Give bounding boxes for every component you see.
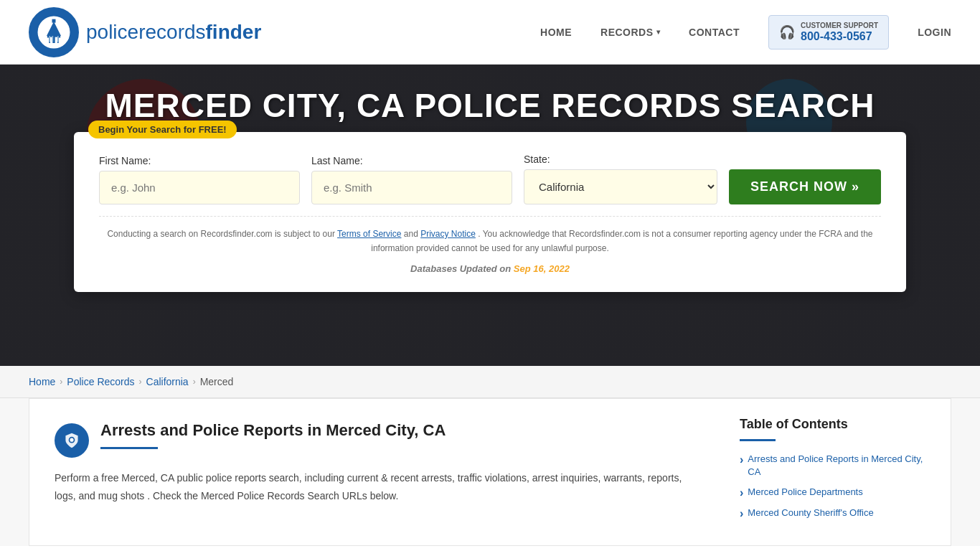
breadcrumb-sep-2: › xyxy=(139,377,142,387)
breadcrumb-home[interactable]: Home xyxy=(29,376,55,387)
toc-list-item: Merced Police Departments xyxy=(740,486,933,499)
breadcrumb-california[interactable]: California xyxy=(146,376,189,387)
nav-login[interactable]: LOGIN xyxy=(918,27,951,38)
toc-list-item: Arrests and Police Reports in Merced Cit… xyxy=(740,453,933,479)
svg-point-11 xyxy=(70,438,73,442)
disclaimer-text: Conducting a search on Recordsfinder.com… xyxy=(99,216,881,256)
breadcrumb-police-records[interactable]: Police Records xyxy=(67,376,134,387)
article-title: Arrests and Police Reports in Merced Cit… xyxy=(100,420,446,441)
table-of-contents: Table of Contents Arrests and Police Rep… xyxy=(722,398,951,546)
records-chevron-icon: ▾ xyxy=(656,28,661,36)
article-body: Perform a free Merced, CA public police … xyxy=(55,469,697,505)
toc-underline xyxy=(740,439,776,441)
search-form-row: First Name: Last Name: State: AlabamaAla… xyxy=(99,154,881,204)
search-now-button[interactable]: SEARCH NOW » xyxy=(729,169,881,204)
svg-rect-7 xyxy=(49,36,50,42)
site-header: policerecordsfinder HOME RECORDS ▾ CONTA… xyxy=(0,0,980,65)
state-label: State: xyxy=(524,154,717,165)
svg-rect-4 xyxy=(52,19,56,22)
tos-link[interactable]: Terms of Service xyxy=(337,229,401,239)
page-title: MERCED CITY, CA POLICE RECORDS SEARCH xyxy=(105,86,875,125)
state-group: State: AlabamaAlaskaArizonaArkansasCalif… xyxy=(524,154,717,204)
search-card: Begin Your Search for FREE! First Name: … xyxy=(74,132,906,292)
svg-rect-9 xyxy=(57,36,59,42)
main-nav: HOME RECORDS ▾ CONTACT 🎧 CUSTOMER SUPPOR… xyxy=(540,15,951,50)
toc-link[interactable]: Arrests and Police Reports in Merced Cit… xyxy=(748,453,933,479)
first-name-group: First Name: xyxy=(99,155,300,204)
hero-section: MERCED CITY, CA POLICE RECORDS SEARCH Be… xyxy=(0,65,980,366)
customer-support-button[interactable]: 🎧 CUSTOMER SUPPORT 800-433-0567 xyxy=(768,15,889,50)
free-badge: Begin Your Search for FREE! xyxy=(88,121,237,138)
first-name-input[interactable] xyxy=(99,171,300,204)
last-name-input[interactable] xyxy=(311,171,512,204)
privacy-link[interactable]: Privacy Notice xyxy=(420,229,476,239)
article-title-block: Arrests and Police Reports in Merced Cit… xyxy=(100,420,446,449)
article-section: Arrests and Police Reports in Merced Cit… xyxy=(29,398,722,546)
toc-link[interactable]: Merced Police Departments xyxy=(748,486,862,499)
toc-list: Arrests and Police Reports in Merced Cit… xyxy=(740,453,933,520)
toc-link[interactable]: Merced County Sheriff's Office xyxy=(748,507,873,519)
logo-link[interactable]: policerecordsfinder xyxy=(29,7,261,57)
breadcrumb: Home › Police Records › California › Mer… xyxy=(0,366,980,398)
first-name-label: First Name: xyxy=(99,155,300,166)
nav-home[interactable]: HOME xyxy=(540,27,572,38)
support-info: CUSTOMER SUPPORT 800-433-0567 xyxy=(801,22,878,43)
headphone-icon: 🎧 xyxy=(779,24,795,40)
breadcrumb-sep-1: › xyxy=(60,377,62,387)
db-updated: Databases Updated on Sep 16, 2022 xyxy=(99,263,881,274)
toc-title: Table of Contents xyxy=(740,417,933,432)
main-content: Arrests and Police Reports in Merced Cit… xyxy=(0,398,980,546)
svg-rect-8 xyxy=(52,36,54,42)
nav-contact[interactable]: CONTACT xyxy=(689,27,740,38)
nav-records[interactable]: RECORDS ▾ xyxy=(600,27,660,38)
last-name-group: Last Name: xyxy=(311,155,512,204)
state-select[interactable]: AlabamaAlaskaArizonaArkansasCaliforniaCo… xyxy=(524,169,717,204)
logo-icon xyxy=(29,7,79,57)
breadcrumb-current: Merced xyxy=(200,376,234,387)
breadcrumb-sep-3: › xyxy=(193,377,196,387)
svg-rect-6 xyxy=(55,37,57,42)
toc-list-item: Merced County Sheriff's Office xyxy=(740,507,933,520)
article-title-underline xyxy=(100,447,158,449)
logo-text: policerecordsfinder xyxy=(86,21,261,44)
last-name-label: Last Name: xyxy=(311,155,512,166)
article-header: Arrests and Police Reports in Merced Cit… xyxy=(55,420,697,458)
police-badge-icon xyxy=(55,423,89,458)
